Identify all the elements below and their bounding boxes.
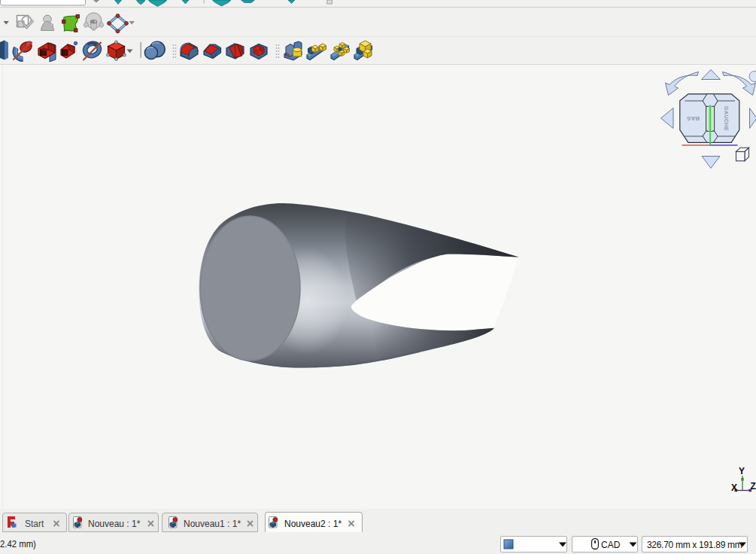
svg-text:Z: Z bbox=[751, 481, 756, 492]
svg-text:Nouveau : 1*: Nouveau : 1* bbox=[88, 519, 141, 529]
svg-text:X: X bbox=[731, 482, 737, 493]
svg-text:CAD: CAD bbox=[601, 540, 621, 550]
svg-text:GAUCHE: GAUCHE bbox=[723, 106, 730, 131]
svg-text:Nouveau2 : 1*: Nouveau2 : 1* bbox=[284, 519, 342, 529]
svg-text:Y: Y bbox=[739, 466, 745, 476]
svg-text:Start: Start bbox=[25, 519, 44, 529]
svg-text:Nouveau1 : 1*: Nouveau1 : 1* bbox=[184, 519, 241, 529]
svg-text:326.70 mm x 191.89 mm: 326.70 mm x 191.89 mm bbox=[647, 540, 742, 550]
svg-text:BAS: BAS bbox=[686, 115, 700, 122]
